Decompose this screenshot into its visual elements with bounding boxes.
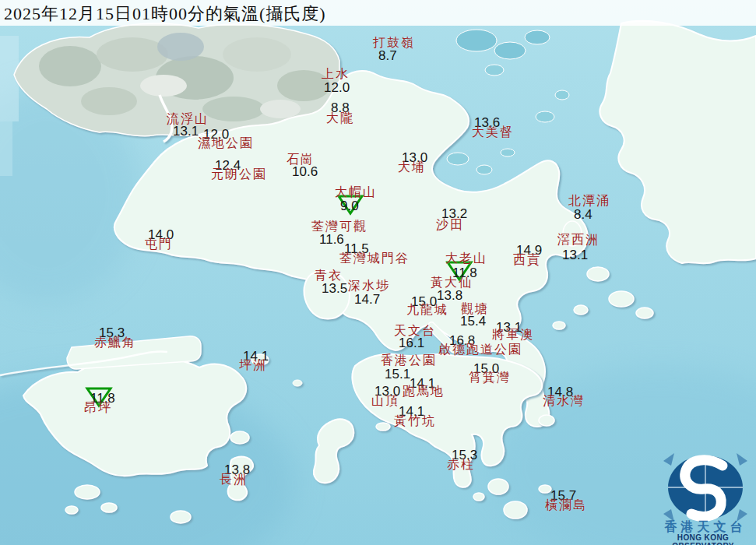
station-name: 大帽山: [335, 186, 377, 199]
station-name: 沙田: [436, 219, 464, 231]
station-temp: 13.1: [173, 125, 199, 138]
station-temp: 15.4: [460, 315, 486, 328]
station-name: 天文台: [394, 325, 436, 337]
logo-english-name: HONG KONG OBSERVATORY: [648, 533, 756, 545]
station-temp: 8.4: [574, 208, 592, 221]
station-name: 將軍澳: [492, 329, 534, 341]
station-temp: 10.6: [292, 165, 318, 178]
temperature-map-screen: 2025年12月15日01時00分的氣溫(攝氏度) 8.7打鼓嶺12.0上水8.…: [0, 0, 756, 545]
station-name: 流浮山: [167, 113, 209, 125]
stations-layer: 8.7打鼓嶺12.0上水8.8大隴13.6大美督13.1流浮山12.0濕地公園1…: [0, 0, 756, 545]
station-name: 打鼓嶺: [373, 37, 415, 49]
station-name: 昂坪: [84, 402, 112, 414]
station-temp: 13.5: [322, 282, 347, 295]
station-name: 大美督: [472, 126, 514, 139]
station-name: 跑馬地: [403, 385, 445, 398]
station-name: 坪洲: [239, 359, 267, 371]
station-name: 石崗: [287, 153, 315, 166]
station-temp: 11.6: [319, 233, 344, 246]
station-name: 荃灣城門谷: [339, 252, 410, 265]
station-name: 九龍城: [406, 304, 448, 316]
station-name: 西貢: [513, 254, 541, 266]
station-name: 橫瀾島: [545, 499, 587, 512]
station-temp: 12.0: [324, 81, 350, 94]
station-temp: 8.7: [378, 49, 397, 62]
station-temp: 13.8: [437, 289, 462, 302]
station-name: 長洲: [220, 473, 248, 486]
station-temp: 13.1: [562, 248, 588, 262]
station-name: 啟德跑道公園: [438, 343, 522, 356]
station-temp: 15.1: [385, 367, 410, 381]
station-name: 青衣: [315, 269, 343, 282]
station-name: 觀塘: [461, 303, 489, 315]
station-name: 香港公園: [381, 354, 437, 367]
station-name: 赤柱: [447, 459, 475, 471]
station-name: 深水埗: [348, 280, 390, 292]
station-temp: 9.0: [340, 199, 359, 213]
station-name: 荃灣可觀: [311, 220, 367, 233]
station-name: 元朗公園: [211, 168, 267, 181]
title-bar: 2025年12月15日01時00分的氣溫(攝氏度): [0, 0, 756, 26]
station-name: 大隴: [326, 112, 354, 125]
station-name: 屯門: [145, 238, 173, 251]
station-name: 筲箕灣: [469, 371, 511, 384]
station-name: 濕地公園: [198, 137, 254, 149]
station-name: 赤鱲角: [94, 336, 136, 349]
station-name: 黃大仙: [431, 276, 473, 289]
station-name: 滘西洲: [557, 234, 600, 246]
station-name: 山頂: [371, 395, 399, 407]
station-name: 黃竹坑: [394, 415, 436, 427]
station-name: 清水灣: [543, 395, 585, 407]
station-name: 大埔: [398, 161, 426, 174]
station-name: 北潭涌: [568, 195, 610, 207]
station-temp: 16.1: [399, 336, 424, 350]
map-title: 2025年12月15日01時00分的氣溫(攝氏度): [4, 2, 326, 26]
station-name: 上水: [322, 68, 350, 80]
station-name: 大老山: [445, 252, 487, 265]
station-temp: 14.7: [354, 293, 380, 306]
